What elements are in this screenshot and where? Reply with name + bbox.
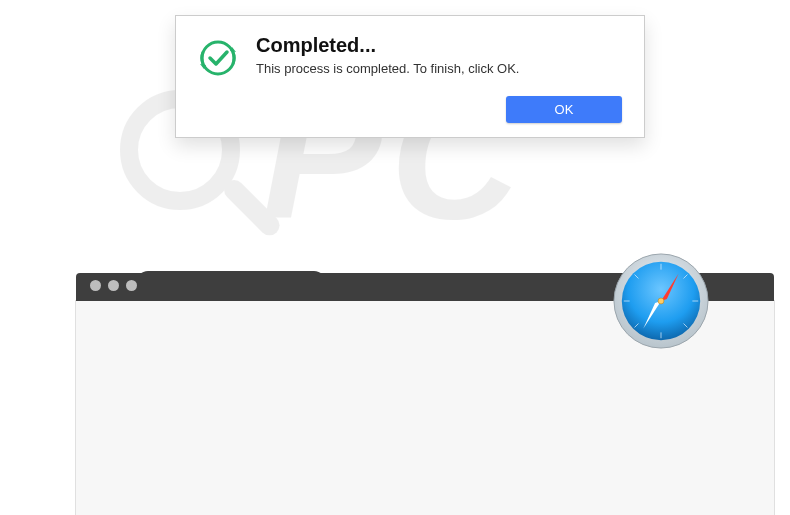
ok-button[interactable]: OK: [506, 96, 622, 123]
window-dot: [126, 280, 137, 291]
completed-check-icon: [198, 38, 238, 82]
dialog-title: Completed...: [256, 34, 519, 57]
window-dot: [90, 280, 101, 291]
dialog-message: This process is completed. To finish, cl…: [256, 61, 519, 76]
window-controls: [90, 280, 137, 291]
svg-point-12: [658, 298, 664, 304]
completed-dialog: Completed... This process is completed. …: [175, 15, 645, 138]
safari-compass-icon: [612, 252, 710, 350]
window-dot: [108, 280, 119, 291]
svg-point-13: [202, 42, 234, 74]
